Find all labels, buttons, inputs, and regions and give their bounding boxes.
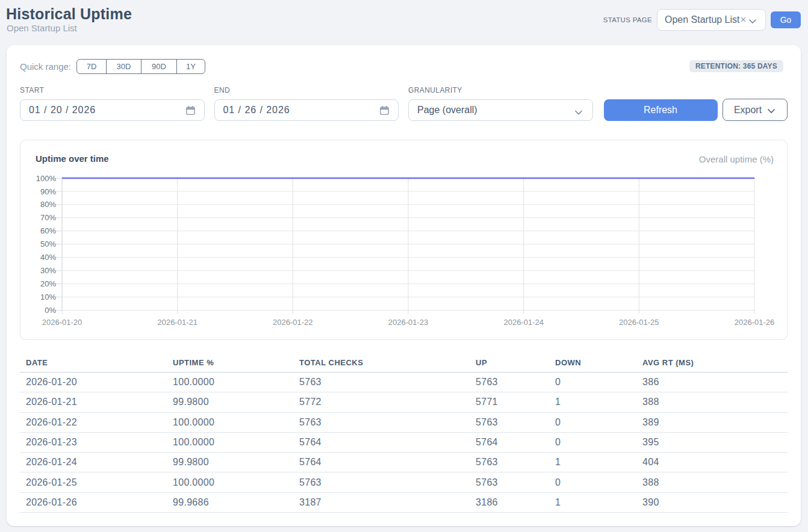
svg-text:20%: 20% — [40, 279, 56, 288]
svg-text:2026-01-25: 2026-01-25 — [619, 318, 659, 327]
svg-text:50%: 50% — [40, 240, 56, 249]
svg-text:2026-01-21: 2026-01-21 — [157, 318, 197, 327]
svg-text:100%: 100% — [36, 174, 57, 183]
svg-text:2026-01-20: 2026-01-20 — [42, 318, 82, 327]
svg-text:2026-01-26: 2026-01-26 — [735, 318, 775, 327]
svg-text:10%: 10% — [40, 292, 56, 302]
svg-text:30%: 30% — [40, 266, 56, 275]
svg-text:80%: 80% — [40, 200, 56, 209]
svg-text:2026-01-24: 2026-01-24 — [503, 318, 544, 327]
svg-text:60%: 60% — [40, 226, 56, 235]
svg-text:40%: 40% — [40, 253, 56, 262]
svg-text:2026-01-23: 2026-01-23 — [388, 318, 429, 327]
svg-text:90%: 90% — [40, 187, 56, 196]
svg-text:0%: 0% — [45, 306, 56, 315]
svg-text:2026-01-22: 2026-01-22 — [273, 318, 313, 327]
svg-text:70%: 70% — [40, 213, 56, 222]
